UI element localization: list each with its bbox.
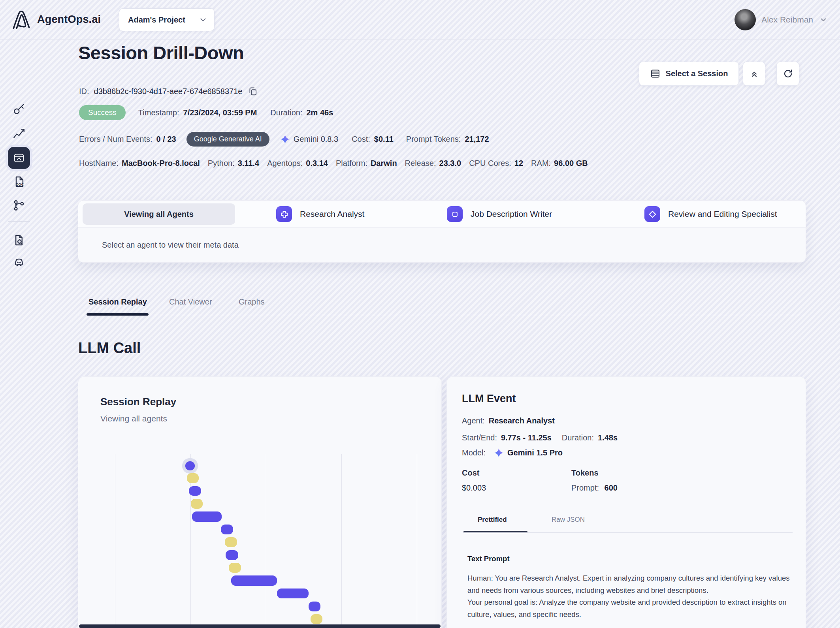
- docs-icon[interactable]: DOC: [12, 175, 26, 188]
- replay-event-bar[interactable]: [311, 614, 322, 624]
- host-value: MacBook-Pro-8.local: [122, 159, 200, 168]
- event-tokens-label: Tokens: [571, 468, 599, 478]
- agent-tab-review-editing-specialist[interactable]: Review and Editing Specialist: [644, 206, 777, 222]
- tab-raw-json[interactable]: Raw JSON: [552, 516, 585, 524]
- user-name: Alex Reibman: [761, 15, 813, 24]
- prompt-tokens-label: Prompt Tokens:: [406, 135, 461, 144]
- event-prompt-value: 600: [605, 483, 618, 492]
- brand[interactable]: AgentOps.ai: [11, 9, 101, 30]
- active-tab-underline: [87, 313, 149, 316]
- model-name: Gemini 0.8.3: [294, 135, 338, 144]
- replay-event-bar[interactable]: [191, 499, 203, 509]
- agents-tabs-row: Viewing all Agents Research Analyst Job …: [78, 201, 806, 228]
- ram-value: 96.00 GB: [554, 159, 588, 168]
- collapse-button[interactable]: [743, 62, 765, 86]
- agent-plus-icon: [276, 206, 292, 222]
- text-prompt-paragraph: Your personal goal is: Analyze the compa…: [467, 596, 793, 620]
- git-branch-icon[interactable]: [12, 199, 26, 212]
- left-sidebar: DOC: [0, 39, 38, 628]
- viewing-all-agents-label: Viewing all Agents: [124, 210, 194, 219]
- replay-scrollbar[interactable]: [79, 624, 441, 628]
- host-label: HostName:: [79, 159, 119, 168]
- replay-event-bar[interactable]: [225, 537, 237, 547]
- event-cost-value: $0.003: [462, 483, 486, 493]
- cpu-label: CPU Cores:: [469, 159, 511, 168]
- agents-bar-card: Viewing all Agents Research Analyst Job …: [78, 200, 806, 263]
- text-prompt-body: Human: You are Research Analyst. Expert …: [467, 572, 793, 620]
- python-label: Python:: [208, 159, 235, 168]
- text-prompt-heading: Text Prompt: [467, 555, 510, 563]
- agent-square-icon: [447, 206, 463, 222]
- replay-gantt: [78, 377, 441, 628]
- replay-event-bar[interactable]: [192, 511, 222, 522]
- session-replay-card: Session Replay Viewing all agents: [78, 376, 442, 628]
- errors-value: 0 / 23: [156, 135, 176, 144]
- session-drilldown-page: AgentOps.ai Adam's Project Alex Reibman: [0, 0, 840, 628]
- project-selector[interactable]: Adam's Project: [119, 8, 215, 31]
- cpu-value: 12: [514, 159, 523, 168]
- cost-label: Cost:: [352, 135, 370, 144]
- duration-label: Duration:: [270, 108, 302, 117]
- replay-event-bar[interactable]: [231, 575, 277, 586]
- python-value: 3.11.4: [238, 159, 260, 168]
- event-model-label: Model:: [462, 448, 486, 457]
- event-agent-value: Research Analyst: [489, 416, 555, 425]
- agent-tab-research-analyst[interactable]: Research Analyst: [276, 206, 364, 222]
- replay-event-bar[interactable]: [221, 525, 233, 534]
- top-header: AgentOps.ai Adam's Project Alex Reibman: [0, 0, 840, 39]
- table-icon: [650, 68, 661, 79]
- replay-event-bar[interactable]: [309, 602, 320, 611]
- chevrons-up-icon: [749, 69, 759, 79]
- chart-gridline: [266, 454, 266, 628]
- replay-event-bar[interactable]: [229, 563, 241, 573]
- tab-session-replay[interactable]: Session Replay: [89, 297, 147, 306]
- meta-row-status: Success Timestamp: 7/23/2024, 03:59 PM D…: [79, 105, 333, 120]
- gemini-icon: [493, 447, 504, 458]
- select-session-button[interactable]: Select a Session: [639, 62, 739, 86]
- chevron-down-icon: [819, 15, 828, 24]
- replay-event-bar[interactable]: [185, 461, 195, 470]
- chevron-down-icon: [198, 15, 208, 24]
- replay-event-bar[interactable]: [187, 473, 199, 483]
- project-selector-value: Adam's Project: [128, 15, 185, 24]
- meta-row-events: Errors / Num Events: 0 / 23 Google Gener…: [79, 132, 489, 147]
- tab-graphs[interactable]: Graphs: [239, 297, 265, 306]
- session-dashboard-icon[interactable]: [8, 147, 30, 169]
- duration-value: 2m 46s: [307, 108, 333, 117]
- event-cost-label: Cost: [462, 468, 479, 478]
- tab-chat-viewer[interactable]: Chat Viewer: [169, 297, 212, 306]
- file-search-icon[interactable]: [12, 233, 26, 247]
- chart-gridline: [115, 454, 115, 628]
- llm-event-title: LLM Event: [462, 393, 516, 405]
- user-menu[interactable]: Alex Reibman: [735, 0, 828, 39]
- prettified-tab-underline: [463, 531, 527, 533]
- agent-label: Research Analyst: [300, 209, 364, 219]
- event-prompt-tokens: Prompt: 600: [571, 483, 618, 493]
- replay-event-bar[interactable]: [226, 550, 238, 560]
- agents-hint-row: Select an agent to view their meta data: [78, 228, 806, 262]
- gemini-icon: [280, 134, 290, 145]
- key-icon[interactable]: [12, 102, 26, 116]
- chart-gridline: [417, 454, 417, 628]
- agent-diamond-icon: [644, 206, 660, 222]
- event-duration-label: Duration:: [562, 433, 594, 442]
- session-id-row: ID: d3b86b2c-f930-4d17-aee7-674e6858371e: [79, 86, 258, 96]
- replay-event-bar[interactable]: [277, 589, 309, 598]
- session-id-value: d3b86b2c-f930-4d17-aee7-674e6858371e: [94, 87, 243, 96]
- event-model-value: Gemini 1.5 Pro: [507, 448, 563, 457]
- refresh-button[interactable]: [776, 62, 799, 86]
- copy-icon[interactable]: [248, 86, 258, 96]
- viewing-all-agents-tab[interactable]: Viewing all Agents: [83, 203, 235, 225]
- chart-gridline: [341, 454, 342, 628]
- provider-badge: Google Generative AI: [186, 132, 269, 147]
- timestamp-value: 7/23/2024, 03:59 PM: [183, 108, 257, 117]
- tab-prettified[interactable]: Prettified: [478, 516, 507, 524]
- replay-event-bar[interactable]: [189, 486, 201, 496]
- event-range-label: Start/End:: [462, 433, 497, 442]
- analytics-icon[interactable]: [12, 127, 26, 140]
- agent-tab-job-description-writer[interactable]: Job Description Writer: [447, 206, 552, 222]
- agent-label: Review and Editing Specialist: [668, 209, 777, 219]
- agentops-value: 0.3.14: [306, 159, 328, 168]
- discord-icon[interactable]: [12, 256, 26, 269]
- text-prompt-paragraph: Human: You are Research Analyst. Expert …: [467, 572, 793, 596]
